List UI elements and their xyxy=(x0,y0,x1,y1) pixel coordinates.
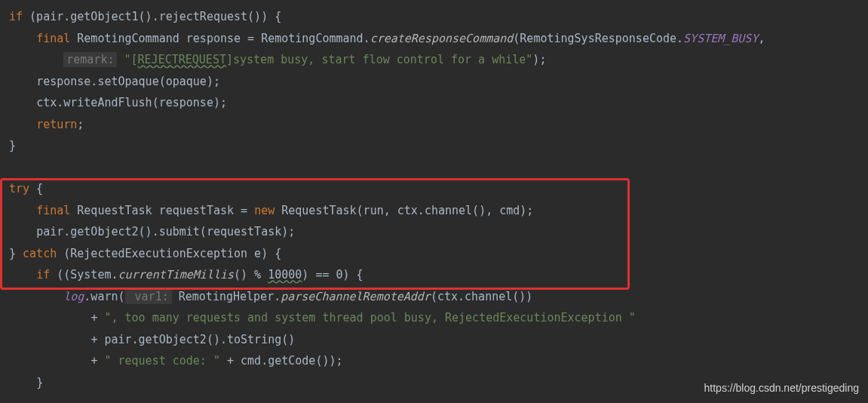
code-text: RequestTask(run, ctx.channel(), cmd); xyxy=(275,204,533,217)
keyword-catch: catch xyxy=(23,247,57,260)
static-var: SYSTEM_BUSY xyxy=(683,32,758,45)
string-underlined: REJECTREQUEST xyxy=(138,53,226,66)
code-text: (pair.getObject1().rejectRequest()) { xyxy=(23,10,281,23)
static-var: log xyxy=(63,290,84,303)
code-line-12: if ((System.currentTimeMillis() % 10000)… xyxy=(9,264,868,286)
keyword-try: try xyxy=(9,182,29,195)
code-text: pair.getObject2().submit(requestTask); xyxy=(36,225,295,238)
code-line-15: + pair.getObject2().toString() xyxy=(9,329,868,351)
keyword-if: if xyxy=(9,10,23,23)
keyword-if: if xyxy=(36,268,50,281)
string: " request code: " xyxy=(104,354,220,368)
keyword-final: final xyxy=(36,204,70,217)
code-line-13: log.warn( var1: RemotingHelper.parseChan… xyxy=(9,286,868,308)
keyword-new: new xyxy=(254,204,275,217)
code-text: } xyxy=(9,139,16,152)
code-text: RequestTask requestTask = xyxy=(70,204,254,217)
code-text: + pair.getObject2().toString() xyxy=(90,333,295,346)
string: ", too many requests and system thread p… xyxy=(104,311,635,325)
code-text: } xyxy=(9,247,23,260)
static-method: parseChannelRemoteAddr xyxy=(281,290,431,303)
string: ]system busy, start flow control for a w… xyxy=(226,53,532,66)
code-line-5: ctx.writeAndFlush(response); xyxy=(9,92,868,114)
code-text: { xyxy=(29,182,43,195)
code-text: + cmd.getCode()); xyxy=(220,354,343,368)
code-text: + xyxy=(90,311,104,325)
code-text: (RemotingSysResponseCode. xyxy=(513,32,683,45)
code-line-6: return; xyxy=(9,114,868,136)
code-line-4: response.setOpaque(opaque); xyxy=(9,71,868,93)
code-line-7: } xyxy=(9,135,868,157)
code-text: RemotingHelper. xyxy=(172,290,281,303)
param-hint: remark: xyxy=(63,52,117,67)
param-hint: var1: xyxy=(125,289,172,304)
code-line-8: try { xyxy=(9,178,868,200)
number-underlined: 10000 xyxy=(268,268,302,281)
code-text: RemotingCommand response = RemotingComma… xyxy=(70,32,370,45)
code-text: .warn( xyxy=(84,290,124,303)
code-line-9: final RequestTask requestTask = new Requ… xyxy=(9,200,868,222)
code-text: ); xyxy=(532,53,546,66)
code-text: ; xyxy=(77,118,84,131)
watermark-text: https://blog.csdn.net/prestigeding xyxy=(704,378,859,398)
code-line-14: + ", too many requests and system thread… xyxy=(9,307,868,329)
code-text: + xyxy=(90,354,104,368)
code-line-11: } catch (RejectedExecutionException e) { xyxy=(9,243,868,265)
static-method: currentTimeMillis xyxy=(118,268,235,281)
code-line-1: if (pair.getObject1().rejectRequest()) { xyxy=(9,6,868,28)
code-text: , xyxy=(758,32,765,45)
code-text: () % xyxy=(234,268,268,281)
string: "[ xyxy=(117,53,137,66)
code-line-2: final RemotingCommand response = Remotin… xyxy=(9,28,868,50)
code-line-16: + " request code: " + cmd.getCode()); xyxy=(9,350,868,372)
code-line-3: remark: "[REJECTREQUEST]system busy, sta… xyxy=(9,49,868,71)
static-method: createResponseCommand xyxy=(370,32,514,45)
code-text: } xyxy=(36,376,43,389)
code-text: response.setOpaque(opaque); xyxy=(36,75,220,88)
code-text: ) == 0) { xyxy=(302,268,363,281)
code-line-10: pair.getObject2().submit(requestTask); xyxy=(9,221,868,243)
code-editor[interactable]: if (pair.getObject1().rejectRequest()) {… xyxy=(9,6,868,393)
code-text: ctx.writeAndFlush(response); xyxy=(36,96,227,109)
keyword-return: return xyxy=(36,118,77,131)
code-line-blank xyxy=(9,157,868,179)
code-text: ((System. xyxy=(50,268,118,281)
code-text: (RejectedExecutionException e) { xyxy=(57,247,281,260)
code-text: (ctx.channel()) xyxy=(431,290,532,303)
keyword-final: final xyxy=(36,32,70,45)
